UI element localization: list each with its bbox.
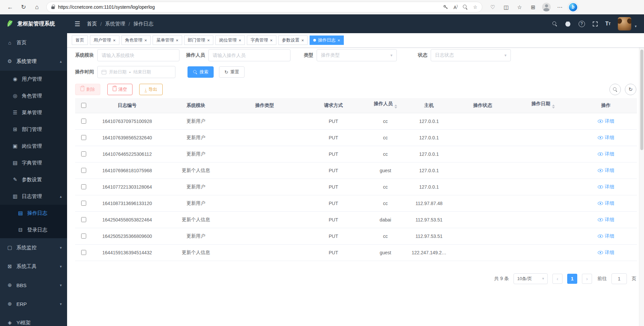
tab-operation-log[interactable]: 操作日志× [310,36,344,45]
sort-icon[interactable] [394,103,397,110]
detail-link[interactable]: 详细 [598,184,614,190]
split-screen-icon[interactable]: ◫ [500,1,512,13]
tab-role-mgmt[interactable]: 角色管理× [121,36,151,45]
row-checkbox[interactable] [81,135,86,140]
tab-close-icon[interactable]: × [113,38,116,43]
detail-link[interactable]: 详细 [598,233,614,239]
tab-close-icon[interactable]: × [270,38,273,43]
fullscreen-icon[interactable] [592,21,598,27]
select-all-checkbox[interactable] [81,103,86,108]
detail-link[interactable]: 详细 [598,217,614,223]
detail-link[interactable]: 详细 [598,200,614,206]
row-checkbox[interactable] [81,119,86,124]
clear-button[interactable]: 清空 [107,84,132,95]
browser-essentials-icon[interactable]: ♡ [487,1,498,13]
refresh-table-button[interactable]: ↻ [625,84,636,95]
row-checkbox[interactable] [81,151,86,156]
tab-dict-mgmt[interactable]: 字典管理× [247,36,276,45]
help-icon[interactable]: ? [579,21,585,27]
row-checkbox[interactable] [81,201,86,206]
operator-input[interactable] [208,49,290,61]
sidebar-item-post-mgmt[interactable]: ▣ 岗位管理 [0,138,67,154]
sidebar-item-bbs[interactable]: ⊕ BBS ▾ [0,276,67,295]
detail-link[interactable]: 详细 [598,135,614,141]
url-text[interactable]: https://ccnetcore.com:1101/system/log/op… [58,4,440,10]
sidebar-item-yi-framework[interactable]: ◈ Yi框架 [0,313,67,326]
bing-icon[interactable]: b [568,2,578,12]
page-number-button[interactable]: 1 [567,274,577,284]
font-size-icon[interactable]: TT [605,21,611,27]
address-bar[interactable]: https://ccnetcore.com:1101/system/log/op… [46,2,482,12]
zoom-out-icon[interactable] [463,5,468,9]
sidebar-item-operation-log[interactable]: ▤ 操作日志 [0,205,67,221]
favorites-add-icon[interactable]: ☆ [473,4,477,10]
sidebar-item-login-log[interactable]: ⊟ 登录日志 [0,221,67,238]
col-date[interactable]: 操作日期 [511,98,575,113]
col-operator[interactable]: 操作人员 [367,98,404,113]
date-range-picker[interactable]: 开始日期 - 结束日期 [97,66,175,78]
detail-link[interactable]: 详细 [598,168,614,174]
search-button[interactable]: 搜索 [187,66,214,78]
sidebar-item-log-mgmt[interactable]: ▥ 日志管理 ▴ [0,188,67,205]
read-aloud-icon[interactable]: A [453,4,458,10]
goto-page-input[interactable] [611,273,627,284]
sidebar-item-user-mgmt[interactable]: ◉ 用户管理 [0,71,67,87]
app-logo[interactable]: 意框架管理系统 [0,14,67,33]
favorites-icon[interactable]: ☆ [514,1,525,13]
type-select[interactable]: 操作类型 ▾ [317,49,397,61]
reset-button[interactable]: ↻ 重置 [219,66,245,78]
prev-page-button[interactable]: ‹ [552,274,562,284]
sidebar-item-menu-mgmt[interactable]: ☰ 菜单管理 [0,104,67,121]
detail-link[interactable]: 详细 [598,250,614,256]
user-avatar[interactable] [618,17,631,30]
sidebar-item-dept-mgmt[interactable]: ⊞ 部门管理 [0,121,67,138]
page-scrollbar[interactable] [639,48,644,326]
module-input[interactable] [97,49,179,61]
browser-back-button[interactable]: ← [4,1,16,13]
sort-icon[interactable] [552,103,555,110]
row-checkbox[interactable] [81,250,86,255]
github-icon[interactable] [565,20,571,27]
password-key-icon[interactable] [443,5,448,10]
sidebar-item-system-tools[interactable]: ⊠ 系统工具 ▾ [0,257,67,276]
detail-link[interactable]: 详细 [598,151,614,157]
sidebar-item-role-mgmt[interactable]: ◎ 角色管理 [0,87,67,104]
sidebar-item-system-mgmt[interactable]: ⚙ 系统管理 ▴ [0,52,67,71]
row-checkbox[interactable] [81,184,86,189]
sidebar-item-home[interactable]: ⌂ 首页 [0,33,67,52]
tab-close-icon[interactable]: × [302,38,304,43]
sidebar-toggle-icon[interactable]: ☰ [74,20,80,28]
tab-home[interactable]: 首页 [72,36,88,45]
tab-menu-mgmt[interactable]: 菜单管理× [153,36,182,45]
browser-profile-avatar[interactable] [542,3,551,11]
tab-dept-mgmt[interactable]: 部门管理× [184,36,214,45]
browser-refresh-button[interactable]: ↻ [17,1,30,13]
sidebar-item-dict-mgmt[interactable]: ▤ 字典管理 [0,154,67,171]
tab-post-mgmt[interactable]: 岗位管理× [215,36,245,45]
export-button[interactable]: ↓ 导出 [139,84,163,95]
tab-close-icon[interactable]: × [145,38,147,43]
tab-close-icon[interactable]: × [337,38,340,43]
detail-link[interactable]: 详细 [598,118,614,124]
tab-close-icon[interactable]: × [207,38,210,43]
page-size-select[interactable]: 10条/页 ▾ [514,273,548,284]
tab-user-mgmt[interactable]: 用户管理× [90,36,119,45]
browser-home-button[interactable]: ⌂ [31,1,43,13]
toggle-search-button[interactable] [609,84,621,95]
browser-more-icon[interactable]: ⋯ [554,1,566,13]
tab-close-icon[interactable]: × [176,38,178,43]
tab-param-settings[interactable]: 参数设置× [278,36,308,45]
row-checkbox[interactable] [81,168,86,173]
row-checkbox[interactable] [81,217,86,222]
collections-icon[interactable]: ⊞ [527,1,539,13]
status-select[interactable]: 日志状态 ▾ [431,49,511,61]
sidebar-item-erp[interactable]: ⊕ ERP ▾ [0,295,67,313]
sidebar-item-param-settings[interactable]: ✎ 参数设置 [0,171,67,188]
next-page-button[interactable]: › [582,274,592,284]
header-search-icon[interactable] [552,21,557,26]
breadcrumb-home[interactable]: 首页 [87,21,97,27]
delete-button[interactable]: 删除 [75,84,100,95]
scrollbar-thumb[interactable] [640,50,643,150]
row-checkbox[interactable] [81,234,86,239]
sidebar-item-system-monitor[interactable]: ▢ 系统监控 ▾ [0,238,67,257]
